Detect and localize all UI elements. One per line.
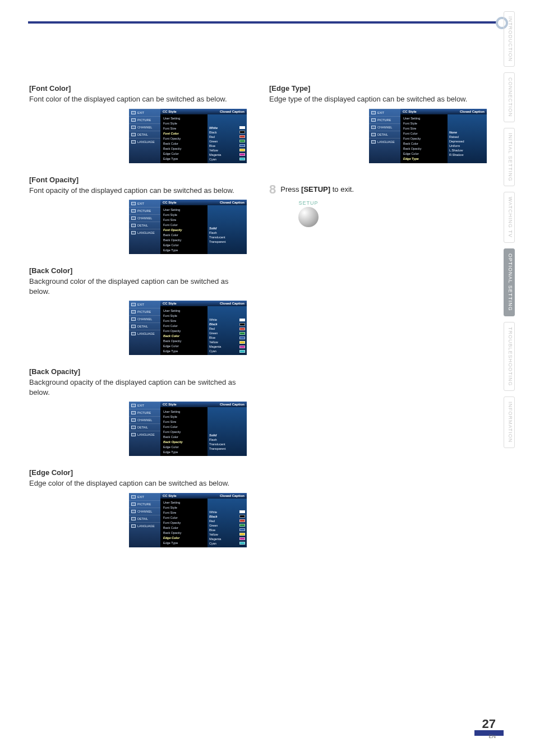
color-swatch-icon	[239, 131, 245, 133]
osd-nav-picture: PICTURE	[369, 116, 400, 123]
osd-item: Font Opacity	[163, 429, 205, 434]
osd-value-label: Transparent	[209, 447, 225, 450]
osd-nav-detail: DETAIL	[129, 423, 160, 431]
section-back-opacity: [Back Opacity]Background opacity of the …	[29, 367, 247, 456]
osd-nav-channel: CHANNEL	[129, 123, 160, 131]
osd-value-label: Yellow	[209, 533, 218, 536]
osd-nav-icon	[371, 126, 376, 129]
osd-nav-detail: DETAIL	[129, 131, 160, 138]
osd-value: Red	[209, 519, 245, 523]
osd-edge-color: EXITPICTURECHANNELDETAILLANGUAGECC Style…	[129, 493, 247, 547]
osd-font-opacity: EXITPICTURECHANNELDETAILLANGUAGECC Style…	[129, 200, 247, 254]
osd-value-label: Cyan	[209, 349, 216, 353]
osd-value: Magenta	[209, 153, 245, 157]
color-swatch-icon	[239, 336, 245, 339]
setup-button-block: SETUP	[292, 200, 325, 227]
osd-nav-picture: PICTURE	[129, 500, 160, 508]
osd-item: Font Size	[403, 126, 445, 131]
osd-subtitle: Closed Caption	[220, 110, 245, 113]
osd-nav-icon	[371, 118, 376, 122]
osd-nav-channel: CHANNEL	[369, 123, 400, 131]
left-column: [Font Color]Font color of the displayed …	[29, 84, 247, 560]
osd-value: White	[209, 510, 245, 514]
side-tab-information[interactable]: INFORMATION	[504, 397, 515, 448]
osd-nav-picture: PICTURE	[129, 116, 160, 123]
osd-item: Edge Color	[163, 242, 205, 247]
osd-nav-icon	[131, 411, 136, 414]
osd-value-label: Yellow	[209, 149, 218, 152]
osd-nav-label: LANGUAGE	[137, 332, 155, 335]
osd-nav-icon	[371, 140, 376, 144]
osd-nav-detail: DETAIL	[129, 222, 160, 229]
setup-button[interactable]	[298, 207, 319, 227]
section-edge-color: [Edge Color]Edge color of the displayed …	[29, 468, 247, 547]
section-description: Edge color of the displayed caption can …	[29, 478, 247, 488]
color-swatch-icon	[239, 153, 245, 156]
osd-nav-label: EXIT	[137, 404, 144, 407]
side-tab-troubleshooting[interactable]: TROUBLESHOOTING	[504, 322, 515, 391]
color-swatch-icon	[239, 328, 245, 330]
osd-item: Font Size	[163, 419, 205, 424]
section-font-opacity: [Font Opacity]Font opacity of the displa…	[29, 176, 247, 255]
osd-title: CC Style	[163, 302, 177, 305]
color-swatch-icon	[239, 345, 245, 348]
osd-nav-icon	[131, 202, 136, 205]
osd-item: Font Size	[163, 510, 205, 515]
color-swatch-icon	[239, 510, 245, 513]
section-edge-type: [Edge Type]Edge type of the displayed ca…	[269, 84, 487, 163]
osd-value-label: White	[209, 318, 217, 321]
osd-nav-channel: CHANNEL	[129, 214, 160, 222]
osd-value: Cyan	[209, 349, 245, 353]
osd-subtitle: Closed Caption	[460, 110, 485, 113]
osd-item: Back Opacity	[163, 237, 205, 242]
osd-edge-type: EXITPICTURECHANNELDETAILLANGUAGECC Style…	[369, 109, 487, 163]
osd-value-label: Solid	[209, 227, 216, 230]
osd-nav-detail: DETAIL	[129, 515, 160, 522]
osd-nav-icon	[131, 517, 136, 520]
osd-value: Flash	[209, 437, 245, 442]
side-tab-introduction[interactable]: INTRODUCTION	[504, 11, 515, 67]
osd-item: Font Color	[163, 323, 205, 328]
osd-value-label: Green	[209, 140, 218, 143]
color-swatch-icon	[239, 528, 245, 531]
osd-nav-picture: PICTURE	[129, 308, 160, 315]
osd-nav-icon	[131, 216, 136, 220]
side-tab-watching-tv[interactable]: WATCHING TV	[504, 192, 515, 243]
osd-item: Font Size	[163, 126, 205, 131]
osd-item: Font Opacity	[163, 520, 205, 525]
color-swatch-icon	[239, 323, 245, 326]
osd-nav-icon	[131, 310, 136, 314]
osd-item: Font Size	[163, 318, 205, 323]
osd-item: Edge Color	[403, 151, 445, 156]
osd-value-label: Red	[209, 519, 215, 523]
osd-back-opacity: EXITPICTURECHANNELDETAILLANGUAGECC Style…	[129, 402, 247, 456]
osd-nav-exit: EXIT	[129, 301, 160, 308]
osd-value: Cyan	[209, 157, 245, 162]
osd-nav-label: LANGUAGE	[137, 140, 155, 144]
osd-nav-icon	[371, 111, 376, 114]
osd-value-label: White	[209, 126, 218, 130]
osd-nav-icon	[371, 133, 376, 136]
osd-value: Black	[209, 514, 245, 519]
osd-item: Edge Color	[163, 343, 205, 348]
side-tab-connection[interactable]: CONNECTION	[504, 72, 515, 122]
osd-item: User Setting	[163, 308, 205, 313]
osd-value-label: Blue	[209, 336, 215, 339]
osd-item: Edge Color	[163, 151, 205, 156]
osd-title: CC Style	[163, 201, 177, 204]
osd-value: Flash	[209, 231, 245, 235]
osd-item: Edge Type	[163, 541, 205, 546]
section-title: [Back Color]	[29, 266, 247, 275]
page-number: 27	[482, 717, 496, 731]
osd-item: Edge Color	[163, 444, 205, 449]
osd-nav-icon	[131, 303, 136, 306]
side-tab-initial-setting[interactable]: INITIAL SETTING	[504, 128, 515, 187]
osd-nav-label: DETAIL	[137, 426, 148, 429]
osd-value-label: Solid	[209, 434, 216, 437]
osd-nav-icon	[131, 126, 136, 129]
osd-value: Uniform	[449, 144, 485, 148]
osd-nav-exit: EXIT	[129, 200, 160, 207]
color-swatch-icon	[239, 158, 245, 160]
osd-item: User Setting	[403, 116, 445, 121]
side-tab-optional-setting[interactable]: OPTIONAL SETTING	[504, 248, 515, 316]
